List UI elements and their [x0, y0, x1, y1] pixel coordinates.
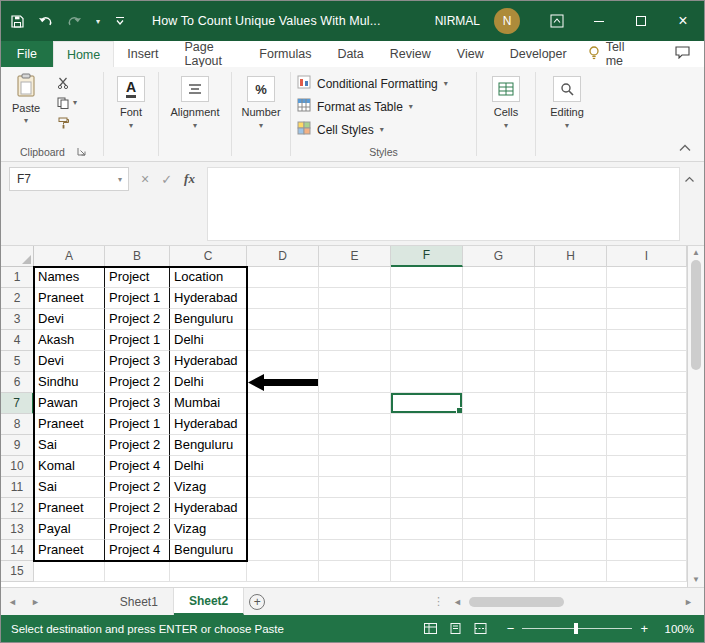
cell-G2[interactable]: [463, 288, 535, 309]
cell-C3[interactable]: Benguluru: [170, 309, 247, 330]
cell-D6[interactable]: [247, 372, 319, 393]
cell-F11[interactable]: [391, 477, 463, 498]
cell-H2[interactable]: [535, 288, 607, 309]
cell-F10[interactable]: [391, 456, 463, 477]
cell-E10[interactable]: [319, 456, 391, 477]
column-header-c[interactable]: C: [170, 246, 247, 267]
cell-A2[interactable]: Praneet: [34, 288, 105, 309]
cell-C9[interactable]: Benguluru: [170, 435, 247, 456]
scroll-down-icon[interactable]: ▼: [692, 576, 700, 584]
row-header-7[interactable]: 7: [1, 393, 34, 414]
clipboard-dialog-launcher-icon[interactable]: [77, 146, 86, 158]
cell-F3[interactable]: [391, 309, 463, 330]
cell-F13[interactable]: [391, 519, 463, 540]
number-group-button[interactable]: % Number ▾: [232, 67, 290, 161]
cell-B13[interactable]: Project 2: [105, 519, 170, 540]
cell-A4[interactable]: Akash: [34, 330, 105, 351]
cell-H8[interactable]: [535, 414, 607, 435]
cell-H5[interactable]: [535, 351, 607, 372]
cell-D11[interactable]: [247, 477, 319, 498]
row-header-1[interactable]: 1: [1, 267, 34, 288]
column-header-d[interactable]: D: [247, 246, 319, 267]
cell-H1[interactable]: [535, 267, 607, 288]
cell-E14[interactable]: [319, 540, 391, 561]
cells-group-button[interactable]: Cells ▾: [477, 67, 535, 161]
row-header-11[interactable]: 11: [1, 477, 34, 498]
cell-B8[interactable]: Project 1: [105, 414, 170, 435]
cell-I12[interactable]: [607, 498, 687, 519]
cell-C15[interactable]: [170, 561, 247, 582]
cell-E12[interactable]: [319, 498, 391, 519]
cell-H13[interactable]: [535, 519, 607, 540]
cell-D2[interactable]: [247, 288, 319, 309]
cell-B6[interactable]: Project 2: [105, 372, 170, 393]
tab-view[interactable]: View: [444, 41, 497, 67]
tab-insert[interactable]: Insert: [114, 41, 171, 67]
row-header-4[interactable]: 4: [1, 330, 34, 351]
cell-H7[interactable]: [535, 393, 607, 414]
cell-A3[interactable]: Devi: [34, 309, 105, 330]
cell-I4[interactable]: [607, 330, 687, 351]
cell-C5[interactable]: Hyderabad: [170, 351, 247, 372]
tab-data[interactable]: Data: [324, 41, 376, 67]
row-header-9[interactable]: 9: [1, 435, 34, 456]
cell-I3[interactable]: [607, 309, 687, 330]
cell-G8[interactable]: [463, 414, 535, 435]
name-box[interactable]: F7 ▾: [9, 167, 129, 191]
cell-E2[interactable]: [319, 288, 391, 309]
cell-B14[interactable]: Project 4: [105, 540, 170, 561]
enter-icon[interactable]: ✓: [161, 172, 172, 187]
cell-E7[interactable]: [319, 393, 391, 414]
cell-B1[interactable]: Project: [105, 267, 170, 288]
cell-F14[interactable]: [391, 540, 463, 561]
cell-D9[interactable]: [247, 435, 319, 456]
column-header-g[interactable]: G: [463, 246, 535, 267]
normal-view-icon[interactable]: [424, 623, 437, 634]
cell-C14[interactable]: Benguluru: [170, 540, 247, 561]
vertical-scroll-thumb[interactable]: [691, 260, 701, 370]
cell-G13[interactable]: [463, 519, 535, 540]
cell-G12[interactable]: [463, 498, 535, 519]
cell-A14[interactable]: Praneet: [34, 540, 105, 561]
redo-dropdown-icon[interactable]: ▾: [96, 17, 100, 26]
cell-D14[interactable]: [247, 540, 319, 561]
column-header-f[interactable]: F: [391, 246, 463, 267]
cell-A11[interactable]: Sai: [34, 477, 105, 498]
cell-G3[interactable]: [463, 309, 535, 330]
cell-D15[interactable]: [247, 561, 319, 582]
next-sheet-icon[interactable]: ►: [24, 588, 47, 615]
cell-G7[interactable]: [463, 393, 535, 414]
cell-I1[interactable]: [607, 267, 687, 288]
cell-H10[interactable]: [535, 456, 607, 477]
sheet-tab-sheet1[interactable]: Sheet1: [105, 588, 174, 615]
cell-A8[interactable]: Praneet: [34, 414, 105, 435]
zoom-slider[interactable]: [522, 628, 632, 629]
tab-developer[interactable]: Developer: [497, 41, 580, 67]
cell-B7[interactable]: Project 3: [105, 393, 170, 414]
cell-I8[interactable]: [607, 414, 687, 435]
cell-H3[interactable]: [535, 309, 607, 330]
cell-E15[interactable]: [319, 561, 391, 582]
cell-C8[interactable]: Hyderabad: [170, 414, 247, 435]
column-header-a[interactable]: A: [34, 246, 105, 267]
cell-A10[interactable]: Komal: [34, 456, 105, 477]
cell-A1[interactable]: Names: [34, 267, 105, 288]
column-header-i[interactable]: I: [607, 246, 687, 267]
cell-C4[interactable]: Delhi: [170, 330, 247, 351]
cell-A9[interactable]: Sai: [34, 435, 105, 456]
cell-D5[interactable]: [247, 351, 319, 372]
new-sheet-button[interactable]: +: [244, 588, 270, 615]
select-all-corner[interactable]: [1, 246, 34, 267]
cell-H15[interactable]: [535, 561, 607, 582]
cell-D1[interactable]: [247, 267, 319, 288]
cell-C11[interactable]: Vizag: [170, 477, 247, 498]
cell-B12[interactable]: Project 2: [105, 498, 170, 519]
row-header-10[interactable]: 10: [1, 456, 34, 477]
cell-E9[interactable]: [319, 435, 391, 456]
font-group-button[interactable]: A Font ▾: [104, 67, 158, 161]
customize-qat-icon[interactable]: [114, 16, 126, 26]
cell-D8[interactable]: [247, 414, 319, 435]
previous-sheet-icon[interactable]: ◄: [1, 588, 24, 615]
cell-E8[interactable]: [319, 414, 391, 435]
column-header-h[interactable]: H: [535, 246, 607, 267]
